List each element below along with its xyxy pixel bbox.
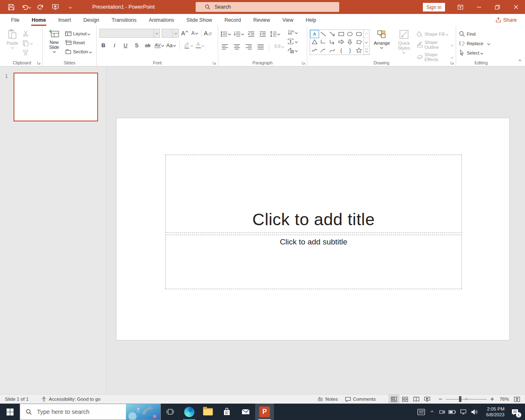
shape-text-box[interactable]: A <box>310 30 319 38</box>
shape-outline-button[interactable]: Shape Outline <box>416 40 453 50</box>
tab-design[interactable]: Design <box>77 14 105 26</box>
align-text-button[interactable] <box>287 38 297 45</box>
microsoft-store-button[interactable] <box>217 404 236 420</box>
shapes-scroll-down-icon[interactable] <box>364 38 369 46</box>
tab-insert[interactable]: Insert <box>52 14 77 26</box>
slide-thumbnail[interactable] <box>14 73 98 121</box>
collapse-ribbon-icon[interactable] <box>519 56 521 64</box>
paragraph-dialog-launcher-icon[interactable] <box>301 61 306 65</box>
quick-styles-button[interactable]: Quick Styles <box>394 28 414 59</box>
notes-button[interactable]: Notes <box>313 395 341 404</box>
clear-formatting-button[interactable]: A <box>204 29 212 38</box>
increase-font-size-button[interactable]: A <box>180 29 189 38</box>
start-button[interactable] <box>0 404 20 420</box>
accessibility-checker[interactable]: Accessibility: Good to go <box>41 396 100 402</box>
format-painter-button[interactable] <box>22 49 32 56</box>
shape-rounded-rectangle[interactable] <box>354 30 363 38</box>
shape-freeform[interactable] <box>354 38 363 46</box>
align-right-button[interactable] <box>244 42 253 51</box>
slide-indicator[interactable]: Slide 1 of 1 <box>0 397 41 402</box>
font-color-button[interactable]: A <box>196 41 204 50</box>
clipboard-dialog-launcher-icon[interactable] <box>37 61 41 65</box>
drawing-dialog-launcher-icon[interactable] <box>450 61 454 65</box>
justify-button[interactable] <box>256 42 265 51</box>
paste-button[interactable]: Paste <box>4 28 21 59</box>
shape-right-brace[interactable]: } <box>346 46 355 55</box>
tab-transitions[interactable]: Transitions <box>105 14 143 26</box>
reading-view-button[interactable] <box>411 395 422 404</box>
undo-dropdown-chevron[interactable] <box>28 5 31 8</box>
title-placeholder[interactable]: Click to add title <box>165 155 462 233</box>
shapes-more-icon[interactable] <box>364 46 369 55</box>
columns-button[interactable] <box>274 42 284 51</box>
news-widget-icon[interactable] <box>416 404 427 420</box>
shape-elbow-connector[interactable] <box>319 38 328 46</box>
shape-triangle[interactable] <box>310 38 319 46</box>
shape-line-arrow[interactable] <box>328 30 337 38</box>
ribbon-display-options-icon[interactable] <box>451 0 470 14</box>
shape-line[interactable] <box>319 30 328 38</box>
tab-view[interactable]: View <box>276 14 299 26</box>
align-center-button[interactable] <box>233 42 241 51</box>
underline-button[interactable]: U <box>121 41 130 50</box>
tab-record[interactable]: Record <box>218 14 247 26</box>
font-dialog-launcher-icon[interactable] <box>212 61 217 65</box>
powerpoint-button[interactable]: P <box>255 404 274 420</box>
shape-rectangle[interactable] <box>337 30 346 38</box>
shape-scribble[interactable] <box>310 46 319 55</box>
convert-to-smartart-button[interactable] <box>287 47 297 54</box>
action-center-button[interactable]: 1 <box>507 404 523 420</box>
taskbar-clock[interactable]: 2:05 PM 6/8/2023 <box>481 406 506 418</box>
zoom-in-button[interactable] <box>488 395 496 404</box>
undo-icon[interactable] <box>21 2 31 12</box>
numbering-button[interactable] <box>234 30 244 38</box>
tab-review[interactable]: Review <box>247 14 276 26</box>
new-slide-button[interactable]: New Slide <box>45 28 63 59</box>
customize-qat-icon[interactable] <box>65 2 75 12</box>
restore-icon[interactable] <box>488 0 507 14</box>
slide-show-button[interactable] <box>422 395 433 404</box>
text-highlight-color-button[interactable] <box>183 41 193 50</box>
arrange-button[interactable]: Arrange <box>372 28 392 59</box>
network-icon[interactable] <box>458 404 468 420</box>
select-button[interactable]: Select <box>459 50 504 56</box>
tab-help[interactable]: Help <box>299 14 322 26</box>
increase-indent-button[interactable] <box>258 30 267 38</box>
subtitle-placeholder[interactable]: Click to add subtitle <box>165 235 462 289</box>
section-button[interactable]: Section <box>65 48 91 55</box>
shape-right-arrow[interactable] <box>337 38 346 46</box>
change-case-button[interactable]: Aa <box>167 41 176 50</box>
taskbar-search-box[interactable]: Type here to search <box>20 404 161 420</box>
zoom-out-button[interactable] <box>437 395 444 404</box>
copy-button[interactable] <box>22 40 32 46</box>
search-highlight-image[interactable] <box>126 404 160 420</box>
cut-button[interactable] <box>22 30 32 37</box>
slide-canvas[interactable]: Click to add title Click to add subtitle <box>116 118 510 340</box>
edge-button[interactable] <box>180 404 199 420</box>
zoom-slider[interactable] <box>446 395 487 404</box>
line-spacing-button[interactable] <box>270 30 280 38</box>
battery-icon[interactable] <box>447 404 457 420</box>
meet-now-icon[interactable] <box>437 404 446 420</box>
shape-down-arrow[interactable] <box>346 38 355 46</box>
tab-file[interactable]: File <box>5 14 25 26</box>
align-left-button[interactable] <box>221 42 229 51</box>
bullets-button[interactable] <box>221 30 231 38</box>
replace-button[interactable]: bc Replace <box>459 40 504 47</box>
search-box[interactable]: Search <box>196 2 339 12</box>
volume-icon[interactable] <box>469 404 480 420</box>
tab-animations[interactable]: Animations <box>143 14 180 26</box>
decrease-font-size-button[interactable]: A <box>190 29 199 38</box>
italic-button[interactable]: I <box>110 41 119 50</box>
file-explorer-button[interactable] <box>199 404 217 420</box>
sign-in-button[interactable]: Sign in <box>423 3 445 11</box>
hidden-icons-chevron[interactable] <box>427 404 436 420</box>
decrease-indent-button[interactable] <box>247 30 255 38</box>
shapes-scroll-up-icon[interactable] <box>364 30 369 38</box>
shape-left-brace[interactable]: { <box>337 46 346 55</box>
save-icon[interactable] <box>6 2 16 12</box>
shape-arc[interactable] <box>319 46 328 55</box>
tab-slide-show[interactable]: Slide Show <box>180 14 219 26</box>
share-button[interactable]: Share <box>492 16 520 25</box>
normal-view-button[interactable] <box>388 395 399 404</box>
